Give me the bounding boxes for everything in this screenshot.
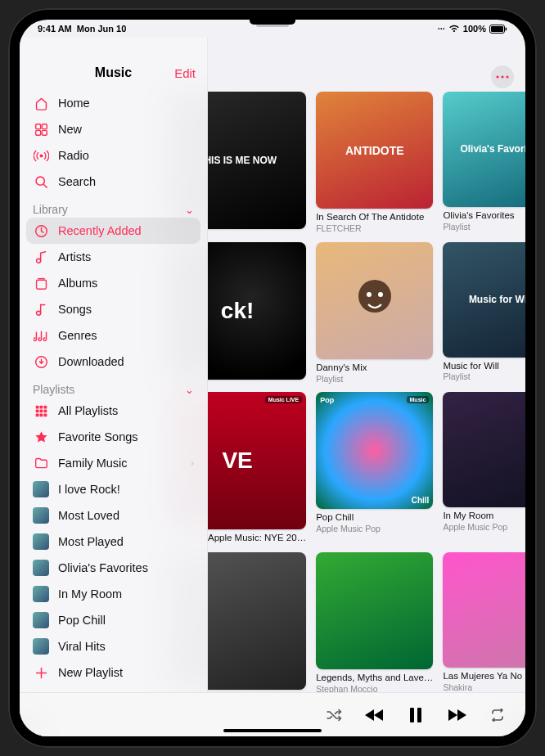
playlist-item-label: Most Played	[58, 535, 124, 548]
playlist-all-playlists[interactable]: All Playlists	[26, 398, 200, 424]
grid-tile[interactable]: Danny's MixPlaylist	[316, 242, 433, 385]
library-artists[interactable]: Artists	[26, 244, 200, 270]
playlist-art-icon	[33, 481, 49, 497]
library-item-label: Genres	[58, 329, 97, 342]
svg-rect-30	[417, 708, 421, 722]
grid-tile[interactable]: MusicPopChillPop ChillApple Music Pop	[316, 392, 433, 544]
sidebar-header: Music Edit	[20, 61, 207, 85]
grid-tile[interactable]: Olivia's FavoritesOlivia's FavoritesPlay…	[443, 92, 525, 234]
library-recently-added[interactable]: Recently Added	[26, 218, 200, 244]
grid-tile[interactable]	[208, 552, 306, 692]
playlist-item-label: Viral Hits	[58, 640, 106, 653]
sidebar-title: Music	[95, 65, 132, 80]
new-playlist-button[interactable]: New Playlist	[26, 659, 200, 686]
svg-point-3	[496, 75, 498, 78]
album-art: Olivia's Favorites	[443, 92, 525, 207]
playlist-art-icon	[33, 638, 49, 655]
grid-tile[interactable]: MusicIn My RoomApple Music Pop	[443, 392, 525, 544]
nav-home[interactable]: Home	[26, 90, 200, 116]
library-header[interactable]: Library⌄	[26, 195, 200, 218]
chevron-right-icon: ›	[191, 457, 194, 469]
device-frame: 9:41 AM Mon Jun 10 ··· 100% THIS IS ME N…	[8, 8, 537, 748]
grid-tile[interactable]: THIS IS ME NOW	[208, 92, 306, 234]
library-genres[interactable]: Genres	[26, 322, 200, 349]
shuffle-button[interactable]	[324, 705, 344, 725]
playlist-viral-hits[interactable]: Viral Hits	[26, 633, 200, 659]
pause-button[interactable]	[406, 705, 426, 725]
screen: 9:41 AM Mon Jun 10 ··· 100% THIS IS ME N…	[20, 20, 525, 736]
folder-icon	[33, 457, 49, 470]
album-art: MusicPopChill	[316, 392, 433, 509]
svg-rect-26	[35, 413, 38, 416]
playlist-most-loved[interactable]: Most Loved	[26, 502, 200, 529]
playlist-pop-chill[interactable]: Pop Chill	[26, 607, 200, 633]
svg-point-5	[506, 75, 508, 78]
sidebar-scroll[interactable]: HomeNewRadioSearchLibrary⌄Recently Added…	[20, 88, 207, 736]
battery-icon	[489, 25, 507, 34]
app-body: THIS IS ME NOWANTIDOTEIn Search Of The A…	[20, 38, 525, 736]
grid-tile[interactable]: Music for WillMusic for WillPlaylist	[443, 242, 525, 385]
playlist-i-love-rock-[interactable]: I love Rock!	[26, 476, 200, 502]
album-art: Music for Will	[443, 242, 525, 358]
tile-subtitle: Playlist	[316, 374, 433, 385]
svg-rect-24	[39, 409, 43, 412]
svg-rect-2	[506, 27, 507, 30]
svg-rect-21	[39, 405, 43, 408]
previous-button[interactable]	[365, 705, 385, 725]
home-indicator[interactable]	[223, 729, 322, 732]
playlist-in-my-room[interactable]: In My Room	[26, 581, 200, 607]
tile-subtitle: Shakira	[443, 682, 525, 692]
art-text: ck!	[216, 293, 259, 329]
library-songs[interactable]: Songs	[26, 296, 200, 322]
art-text: ANTIDOTE	[340, 139, 409, 162]
grid-tile[interactable]: VEMusic LIVEApple Music: NYE 20…	[208, 392, 306, 544]
new-icon	[33, 123, 49, 137]
library-downloaded[interactable]: Downloaded	[26, 349, 200, 375]
album-grid: THIS IS ME NOWANTIDOTEIn Search Of The A…	[208, 92, 516, 692]
battery-pct: 100%	[463, 24, 486, 34]
playlist-most-played[interactable]: Most Played	[26, 529, 200, 555]
playlists-header[interactable]: Playlists⌄	[26, 375, 200, 398]
svg-point-13	[39, 154, 43, 157]
playlist-item-label: All Playlists	[58, 404, 118, 417]
svg-point-8	[378, 292, 383, 297]
star-icon	[33, 430, 49, 444]
svg-rect-23	[35, 409, 38, 412]
edit-button[interactable]: Edit	[174, 66, 196, 80]
plus-icon	[33, 666, 49, 680]
library-albums[interactable]: Albums	[26, 270, 200, 296]
svg-rect-20	[35, 405, 38, 408]
svg-rect-10	[42, 124, 47, 128]
more-button[interactable]	[491, 65, 514, 88]
playlist-item-label: In My Room	[58, 587, 122, 601]
nav-label: Home	[58, 97, 90, 110]
svg-rect-17	[36, 280, 46, 289]
multitask-grabber[interactable]	[256, 23, 289, 27]
tile-title: Pop Chill	[316, 512, 433, 524]
songs-icon	[33, 303, 49, 317]
status-time: 9:41 AM	[38, 24, 72, 34]
svg-point-16	[36, 259, 40, 263]
grid-tile[interactable]: Legends, Myths and Lave…Stephan Moccio	[316, 552, 433, 692]
genre-badge: Pop	[320, 396, 334, 404]
tile-subtitle: FLETCHER	[316, 223, 433, 234]
nav-new[interactable]: New	[26, 116, 200, 142]
nav-radio[interactable]: Radio	[26, 142, 200, 169]
grid-tile[interactable]: ck!	[208, 242, 306, 385]
nav-search[interactable]: Search	[26, 169, 200, 195]
playlist-olivia-s-favorites[interactable]: Olivia's Favorites	[26, 555, 200, 581]
playlist-item-label: Family Music	[58, 457, 128, 470]
new-playlist-label: New Playlist	[58, 666, 123, 679]
grid-tile[interactable]: Las Mujeres Ya No Lloran★Shakira	[443, 552, 525, 692]
art-text: VE	[217, 443, 257, 479]
apple-music-live-badge: Music LIVE	[265, 396, 302, 403]
tile-title: Apple Music: NYE 20…	[208, 533, 306, 544]
tile-title: Las Mujeres Ya No Lloran★	[443, 671, 525, 682]
playlist-family-music[interactable]: Family Music›	[26, 450, 200, 476]
repeat-button[interactable]	[488, 705, 507, 725]
album-art	[316, 552, 433, 669]
albums-icon	[33, 277, 49, 290]
next-button[interactable]	[447, 705, 466, 725]
playlist-favorite-songs[interactable]: Favorite Songs	[26, 424, 200, 450]
grid-tile[interactable]: ANTIDOTEIn Search Of The AntidoteFLETCHE…	[316, 92, 433, 234]
